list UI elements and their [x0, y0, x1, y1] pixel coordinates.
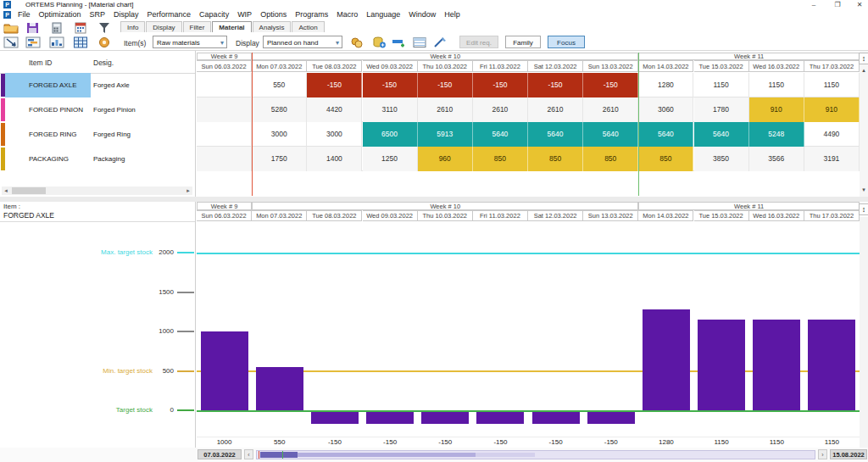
grid-cell[interactable]: 2610: [583, 97, 638, 122]
grid-cell[interactable]: 5640: [694, 122, 749, 147]
grid-cell[interactable]: 4420: [307, 97, 362, 122]
grid-cell[interactable]: 6500: [363, 122, 418, 147]
edit-req-button[interactable]: Edit req.: [459, 36, 498, 48]
minimize-button[interactable]: –: [807, 0, 821, 9]
menu-item-capacity[interactable]: Capacity: [195, 10, 233, 19]
grid-cell[interactable]: 3191: [804, 147, 860, 171]
time-scroll-track[interactable]: [256, 450, 815, 459]
scroll-left-icon[interactable]: ◂: [2, 186, 10, 195]
grid-cell[interactable]: 910: [749, 97, 804, 122]
scroll-right-icon[interactable]: ▸: [184, 186, 192, 195]
grid-cell[interactable]: 2610: [418, 97, 473, 122]
maximize-button[interactable]: ❐: [831, 0, 844, 9]
grid-cell[interactable]: 3000: [252, 122, 307, 147]
item-row-forged-ring[interactable]: FORGED RINGForged Ring: [0, 122, 195, 147]
focus-button[interactable]: Focus: [548, 36, 585, 48]
add-database-icon[interactable]: [371, 36, 387, 48]
item-row-forged-pinion[interactable]: FORGED PINIONForged Pinion: [0, 97, 195, 122]
grid-cell[interactable]: 5248: [749, 122, 804, 147]
family-button[interactable]: Family: [505, 36, 541, 48]
chart-vscroll-track[interactable]: [860, 217, 868, 448]
resize-rows-icon[interactable]: ↕: [859, 53, 868, 64]
scroll-up-icon[interactable]: ▴: [860, 67, 868, 74]
menu-item-options[interactable]: Options: [256, 10, 291, 19]
grid-cell[interactable]: 3110: [363, 97, 418, 122]
item-desig-cell[interactable]: Forged Pinion: [91, 97, 195, 122]
grid-cell[interactable]: [197, 73, 252, 97]
grid-cell[interactable]: 910: [804, 97, 860, 122]
item-table-hscrollbar[interactable]: ◂ ▸: [2, 186, 192, 195]
grid-vscrollbar[interactable]: ↕ ▴ ▾: [860, 51, 868, 197]
grid-cell[interactable]: 5640: [528, 122, 583, 147]
grid-cell[interactable]: 850: [638, 147, 693, 171]
grid-cell[interactable]: 5913: [418, 122, 473, 147]
items-select[interactable]: Raw materials ▾: [153, 36, 227, 48]
menu-item-help[interactable]: Help: [440, 10, 465, 19]
display-select[interactable]: Planned on hand ▾: [263, 36, 342, 48]
tab-filter[interactable]: Filter: [183, 21, 212, 32]
grid-cell[interactable]: 850: [583, 147, 638, 171]
calendar-icon[interactable]: [73, 22, 88, 34]
open-folder-icon[interactable]: [3, 22, 19, 34]
grid-cell[interactable]: 960: [418, 147, 473, 171]
grid-cell[interactable]: 1150: [694, 73, 749, 97]
grid-cell[interactable]: -150: [363, 73, 418, 97]
tab-analysis[interactable]: Analysis: [253, 21, 292, 32]
menu-item-srp[interactable]: SRP: [86, 10, 110, 19]
grid-cell[interactable]: 4490: [804, 122, 860, 147]
menu-item-window[interactable]: Window: [404, 10, 440, 19]
grid-cell[interactable]: [197, 122, 252, 147]
tab-material[interactable]: Material: [212, 21, 251, 32]
grid-cell[interactable]: 3566: [749, 147, 804, 171]
tab-action[interactable]: Action: [292, 21, 324, 32]
item-id-cell[interactable]: FORGED RING: [5, 122, 91, 147]
time-scroll-thumb[interactable]: [260, 452, 298, 458]
close-button[interactable]: ✕: [853, 0, 866, 9]
grid-cell[interactable]: 5640: [638, 122, 693, 147]
scroll-down-icon[interactable]: ▾: [860, 186, 868, 193]
menu-item-wip[interactable]: WIP: [233, 10, 256, 19]
table-icon[interactable]: [73, 36, 88, 48]
grid-cell[interactable]: 1780: [694, 97, 749, 122]
pie-icon[interactable]: [97, 36, 112, 48]
gantt-chart-icon[interactable]: [25, 36, 41, 48]
menu-item-display[interactable]: Display: [109, 10, 143, 19]
tools-icon[interactable]: [432, 36, 448, 48]
grid-cell[interactable]: 5640: [583, 122, 638, 147]
grid-cell[interactable]: 2610: [528, 97, 583, 122]
menu-item-file[interactable]: File: [14, 10, 35, 19]
grid-cell[interactable]: 3000: [307, 122, 362, 147]
add-bar-icon[interactable]: [392, 36, 407, 48]
save-icon[interactable]: [25, 22, 41, 34]
grid-cell[interactable]: 5280: [252, 97, 307, 122]
grid-cell[interactable]: -150: [528, 73, 583, 97]
resize-chart-icon[interactable]: ↕: [859, 203, 868, 215]
item-desig-cell[interactable]: Packaging: [91, 147, 195, 171]
menu-item-optimization[interactable]: Optimization: [35, 10, 86, 19]
menu-item-language[interactable]: Language: [362, 10, 404, 19]
grid-cell[interactable]: -150: [473, 73, 528, 97]
item-id-cell[interactable]: FORGED PINION: [5, 97, 91, 122]
grid-cell[interactable]: 5640: [473, 122, 528, 147]
mini-chart-icon[interactable]: [49, 36, 64, 48]
grid-cell[interactable]: 1280: [638, 73, 693, 97]
sheet-calc-icon[interactable]: [412, 36, 427, 48]
coins-icon[interactable]: [349, 36, 364, 48]
grid-cell[interactable]: -150: [418, 73, 473, 97]
menu-item-programs[interactable]: Programs: [291, 10, 332, 19]
mdi-app-icon[interactable]: P: [3, 11, 11, 19]
item-desig-cell[interactable]: Forged Axle: [91, 73, 195, 97]
menu-item-macro[interactable]: Macro: [332, 10, 362, 19]
grid-cell[interactable]: [197, 97, 252, 122]
scroll-back-button[interactable]: ‹: [244, 449, 253, 459]
calculator-icon[interactable]: [49, 22, 64, 34]
scroll-forward-button[interactable]: ›: [818, 449, 827, 459]
fit-chart-icon[interactable]: [3, 36, 19, 48]
grid-cell[interactable]: 3060: [638, 97, 693, 122]
grid-cell[interactable]: 1150: [804, 73, 860, 97]
grid-cell[interactable]: 1150: [749, 73, 804, 97]
menu-item-performance[interactable]: Performance: [143, 10, 196, 19]
grid-cell[interactable]: 850: [473, 147, 528, 171]
item-id-cell[interactable]: PACKAGING: [5, 147, 91, 171]
item-row-packaging[interactable]: PACKAGINGPackaging: [0, 147, 195, 171]
